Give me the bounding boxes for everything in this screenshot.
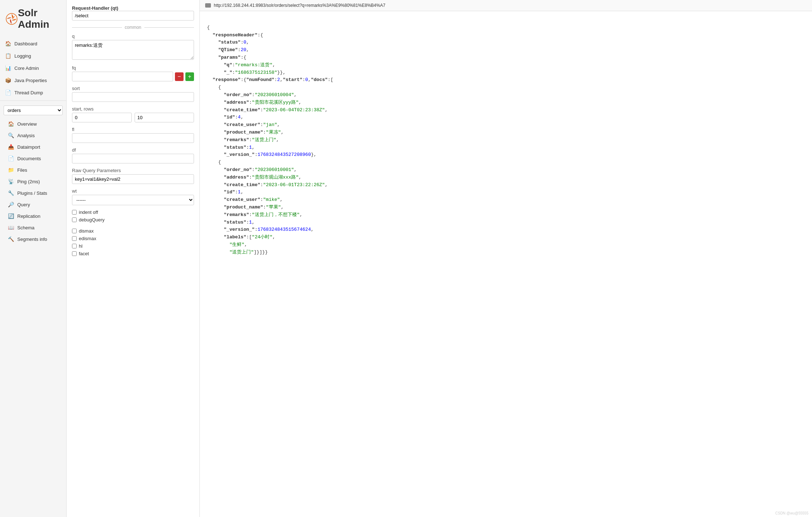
raw-query-group: Raw Query Parameters (72, 168, 194, 184)
common-divider: common (72, 25, 194, 30)
q-label: q (72, 33, 194, 39)
sidebar-item-thread-dump[interactable]: 📄 Thread Dump (0, 86, 66, 99)
url-icon (205, 3, 211, 8)
sidebar-item-logging[interactable]: 📋 Logging (0, 50, 66, 62)
sidebar-item-query[interactable]: 🔎 Query (0, 199, 66, 210)
sidebar-item-core-admin[interactable]: 📊 Core Admin (0, 62, 66, 74)
sidebar-item-dashboard[interactable]: 🏠 Dashboard (0, 37, 66, 50)
start-rows-row (72, 113, 194, 122)
raw-query-label: Raw Query Parameters (72, 168, 194, 173)
debug-query-label[interactable]: debugQuery (79, 217, 105, 222)
fq-group: fq − + (72, 65, 194, 81)
solr-logo-icon (5, 11, 18, 27)
main-content: Request-Handler (qt) common q fq − + (67, 0, 812, 517)
thread-dump-icon: 📄 (4, 89, 12, 96)
df-group: df (72, 147, 194, 163)
replication-icon: 🔄 (7, 212, 14, 220)
sort-group: sort (72, 86, 194, 102)
facet-label[interactable]: facet (79, 251, 89, 256)
start-rows-group: start, rows (72, 106, 194, 122)
sidebar-item-core-admin-label: Core Admin (14, 66, 39, 71)
sidebar-item-logging-label: Logging (14, 53, 31, 59)
sidebar-item-analysis[interactable]: 🔍 Analysis (0, 130, 66, 141)
sidebar-item-analysis-label: Analysis (17, 133, 35, 138)
collection-select[interactable]: orders (4, 105, 63, 115)
df-label: df (72, 147, 194, 153)
sidebar-item-dataimport[interactable]: 📥 Dataimport (0, 141, 66, 153)
documents-icon: 📄 (7, 155, 14, 162)
sidebar-item-schema[interactable]: 📖 Schema (0, 222, 66, 233)
facet-checkbox[interactable] (72, 251, 77, 256)
logo-text: Solr Admin (18, 7, 59, 30)
edismax-label[interactable]: edismax (79, 236, 96, 241)
sidebar: Solr Admin 🏠 Dashboard 📋 Logging 📊 Core … (0, 0, 67, 517)
logging-icon: 📋 (4, 52, 12, 59)
collection-selector-wrap: orders (0, 103, 66, 118)
results-url-bar: http://192.168.244.41:8983/solr/orders/s… (200, 0, 812, 11)
watermark: CSDN @wu@55555 (775, 511, 808, 515)
schema-icon: 📖 (7, 224, 14, 231)
debug-query-checkbox[interactable] (72, 217, 77, 222)
segments-info-icon: 🔨 (7, 235, 14, 243)
sidebar-item-segments-info[interactable]: 🔨 Segments info (0, 233, 66, 245)
sidebar-item-files-label: Files (17, 167, 27, 173)
start-input[interactable] (72, 113, 132, 122)
plugins-stats-icon: 🔧 (7, 189, 14, 197)
sidebar-item-dataimport-label: Dataimport (17, 144, 40, 150)
sidebar-item-dashboard-label: Dashboard (14, 41, 37, 46)
sidebar-item-schema-label: Schema (17, 225, 35, 230)
sidebar-item-plugins-stats[interactable]: 🔧 Plugins / Stats (0, 187, 66, 199)
files-icon: 📁 (7, 166, 14, 174)
sort-label: sort (72, 86, 194, 91)
wt-select[interactable]: ------ json xml csv (72, 195, 194, 205)
request-handler-input[interactable] (72, 11, 194, 21)
q-input[interactable] (72, 40, 194, 60)
sidebar-item-plugins-stats-label: Plugins / Stats (17, 190, 47, 196)
sidebar-item-query-label: Query (17, 202, 30, 207)
fq-label: fq (72, 65, 194, 71)
raw-query-input[interactable] (72, 174, 194, 184)
hl-checkbox[interactable] (72, 244, 77, 248)
sidebar-item-overview[interactable]: 🏠 Overview (0, 118, 66, 130)
sidebar-item-java-properties-label: Java Properties (14, 78, 47, 83)
sort-input[interactable] (72, 92, 194, 102)
facet-group: facet (72, 251, 194, 256)
ping-icon: 📡 (7, 178, 14, 185)
request-handler-group: Request-Handler (qt) (72, 5, 194, 21)
rows-input[interactable] (135, 113, 194, 122)
dismax-label[interactable]: dismax (79, 228, 94, 234)
dismax-checkbox[interactable] (72, 229, 77, 233)
sidebar-item-overview-label: Overview (17, 121, 37, 127)
fq-add-button[interactable]: + (185, 72, 194, 81)
sidebar-item-java-properties[interactable]: 📦 Java Properties (0, 74, 66, 86)
results-panel: http://192.168.244.41:8983/solr/orders/s… (200, 0, 812, 517)
sidebar-item-files[interactable]: 📁 Files (0, 164, 66, 176)
logo-area: Solr Admin (0, 4, 66, 37)
sidebar-item-documents[interactable]: 📄 Documents (0, 153, 66, 164)
hl-label[interactable]: hl (79, 243, 82, 249)
content-area: Request-Handler (qt) common q fq − + (67, 0, 812, 517)
edismax-checkbox[interactable] (72, 236, 77, 241)
fq-remove-button[interactable]: − (175, 72, 184, 81)
java-properties-icon: 📦 (4, 77, 12, 84)
sidebar-item-replication-label: Replication (17, 213, 40, 219)
sidebar-item-ping-label: Ping (2ms) (17, 179, 40, 184)
q-group: q (72, 33, 194, 61)
dashboard-icon: 🏠 (4, 40, 12, 47)
indent-off-group: indent off (72, 210, 194, 215)
results-url: http://192.168.244.41:8983/solr/orders/s… (214, 3, 385, 8)
json-output: { "responseHeader":{ "status":0, "QTime"… (200, 11, 812, 269)
fq-row: − + (72, 72, 194, 81)
dataimport-icon: 📥 (7, 143, 14, 150)
sidebar-item-ping[interactable]: 📡 Ping (2ms) (0, 176, 66, 187)
df-input[interactable] (72, 154, 194, 163)
fq-input[interactable] (72, 72, 173, 81)
indent-off-label[interactable]: indent off (79, 210, 98, 215)
sidebar-item-replication[interactable]: 🔄 Replication (0, 210, 66, 222)
dismax-group: dismax (72, 228, 194, 234)
fl-input[interactable] (72, 133, 194, 143)
debug-query-group: debugQuery (72, 217, 194, 222)
request-handler-label: Request-Handler (qt) (72, 5, 118, 11)
indent-off-checkbox[interactable] (72, 210, 77, 215)
json-brace-open: { (207, 25, 210, 30)
